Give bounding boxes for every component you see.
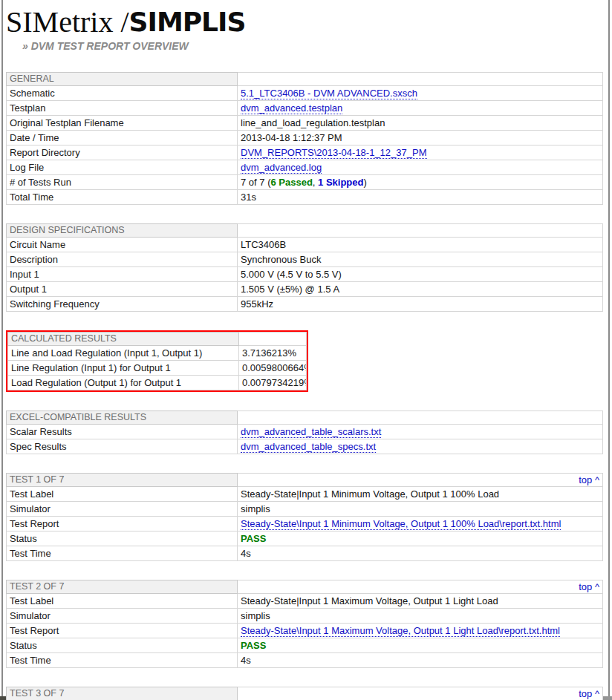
table-row: Output 11.505 V (±5%) @ 1.5 A bbox=[7, 282, 603, 297]
section-table-test-3: TEST 3 OF 7top ^Test LabelSteady-State|I… bbox=[6, 687, 603, 700]
row-value: 4s bbox=[238, 546, 603, 561]
tests-run-count: 7 of 7 ( bbox=[241, 177, 270, 188]
row-label: Description bbox=[7, 252, 238, 267]
value-link[interactable]: dvm_advanced.testplan bbox=[241, 102, 342, 114]
table-row: Scalar Resultsdvm_advanced_table_scalars… bbox=[7, 425, 603, 439]
row-value: 31s bbox=[238, 190, 603, 205]
section-header-spacer bbox=[238, 411, 603, 425]
row-value: 0.0079734219% bbox=[239, 376, 307, 390]
row-value: DVM_REPORTS\2013-04-18-1_12_37_PM bbox=[238, 145, 603, 160]
table-row: Schematic5.1_LTC3406B - DVM ADVANCED.sxs… bbox=[7, 86, 603, 101]
section-header-row: DESIGN SPECIFICATIONS bbox=[7, 224, 603, 238]
app-logo: SIMetrix /SIMPLIS » DVM TEST REPORT OVER… bbox=[6, 4, 605, 52]
row-label: Test Time bbox=[7, 653, 238, 668]
section-table-test-2: TEST 2 OF 7top ^Test LabelSteady-State|I… bbox=[6, 580, 603, 668]
value-link[interactable]: Steady-State\Input 1 Minimum Voltage, Ou… bbox=[241, 518, 561, 530]
logo-simplis: SIMPLIS bbox=[129, 7, 246, 37]
top-link[interactable]: top ^ bbox=[579, 581, 599, 592]
section-table-general: GENERALSchematic5.1_LTC3406B - DVM ADVAN… bbox=[6, 72, 603, 205]
row-label: Spec Results bbox=[7, 439, 238, 454]
table-row: Line Regulation (Input 1) for Output 10.… bbox=[8, 361, 307, 376]
row-label: Testplan bbox=[7, 101, 238, 116]
row-label: Line and Load Regulation (Input 1, Outpu… bbox=[8, 346, 239, 361]
section-test-3: TEST 3 OF 7top ^Test LabelSteady-State|I… bbox=[6, 687, 605, 700]
table-row: Date / Time2013-04-18 1:12:37 PM bbox=[7, 131, 603, 145]
row-value: 5.000 V (4.5 V to 5.5 V) bbox=[238, 267, 603, 282]
row-label: Test Report bbox=[7, 624, 238, 638]
table-row: Total Time31s bbox=[7, 190, 603, 205]
row-label: Original Testplan Filename bbox=[7, 116, 238, 131]
tests-skipped-count: 1 Skipped bbox=[318, 177, 363, 188]
section-header-spacer: top ^ bbox=[238, 474, 603, 487]
section-table-design-specifications: DESIGN SPECIFICATIONSCircuit NameLTC3406… bbox=[6, 223, 603, 312]
section-title: TEST 2 OF 7 bbox=[7, 580, 238, 594]
value-link[interactable]: 5.1_LTC3406B - DVM ADVANCED.sxsch bbox=[241, 88, 417, 99]
table-row: StatusPASS bbox=[7, 638, 603, 653]
section-header-row: TEST 1 OF 7top ^ bbox=[7, 474, 603, 487]
table-row: Testplandvm_advanced.testplan bbox=[7, 101, 603, 116]
row-label: Line Regulation (Input 1) for Output 1 bbox=[8, 361, 239, 376]
top-link[interactable]: top ^ bbox=[579, 688, 599, 699]
section-header-spacer: top ^ bbox=[238, 580, 603, 594]
row-label: Output 1 bbox=[7, 282, 238, 297]
row-value: PASS bbox=[238, 638, 603, 653]
row-value: 0.0059800664% bbox=[239, 361, 307, 376]
row-label: Circuit Name bbox=[7, 238, 238, 252]
value-link[interactable]: dvm_advanced_table_specs.txt bbox=[241, 441, 376, 453]
row-label: Input 1 bbox=[7, 267, 238, 282]
table-row: Switching Frequency955kHz bbox=[7, 297, 603, 312]
section-table-excel-compatible-results: EXCEL-COMPATIBLE RESULTSScalar Resultsdv… bbox=[6, 410, 603, 454]
section-header-spacer bbox=[238, 73, 603, 86]
tests-run-separator: , bbox=[313, 177, 318, 188]
row-label: Simulator bbox=[7, 502, 238, 517]
table-row: Test ReportSteady-State\Input 1 Maximum … bbox=[7, 624, 603, 638]
row-label: Scalar Results bbox=[7, 425, 238, 439]
logo-slash: / bbox=[120, 5, 128, 39]
section-header-row: EXCEL-COMPATIBLE RESULTS bbox=[7, 411, 603, 425]
table-row: Report DirectoryDVM_REPORTS\2013-04-18-1… bbox=[7, 145, 603, 160]
value-link[interactable]: Steady-State\Input 1 Maximum Voltage, Ou… bbox=[241, 625, 560, 637]
table-row: Input 15.000 V (4.5 V to 5.5 V) bbox=[7, 267, 603, 282]
row-value: 7 of 7 (6 Passed, 1 Skipped) bbox=[238, 175, 603, 190]
section-table-test-1: TEST 1 OF 7top ^Test LabelSteady-State|I… bbox=[6, 473, 603, 561]
row-value: Synchronous Buck bbox=[238, 252, 603, 267]
report-sections: GENERALSchematic5.1_LTC3406B - DVM ADVAN… bbox=[6, 72, 605, 700]
section-general: GENERALSchematic5.1_LTC3406B - DVM ADVAN… bbox=[6, 72, 605, 205]
logo-simetrix: SIMetrix bbox=[6, 5, 113, 39]
row-value: dvm_advanced_table_scalars.txt bbox=[238, 425, 603, 439]
table-row: Circuit NameLTC3406B bbox=[7, 238, 603, 252]
section-excel-compatible-results: EXCEL-COMPATIBLE RESULTSScalar Resultsdv… bbox=[6, 410, 605, 454]
top-link[interactable]: top ^ bbox=[579, 474, 599, 485]
section-title: EXCEL-COMPATIBLE RESULTS bbox=[7, 411, 238, 425]
row-value: line_and_load_regulation.testplan bbox=[238, 116, 603, 131]
status-badge: PASS bbox=[241, 640, 266, 651]
section-test-1: TEST 1 OF 7top ^Test LabelSteady-State|I… bbox=[6, 473, 605, 561]
table-row: Simulatorsimplis bbox=[7, 609, 603, 624]
table-row: Test LabelSteady-State|Input 1 Maximum V… bbox=[7, 594, 603, 609]
row-value: 4s bbox=[238, 653, 603, 668]
table-row: DescriptionSynchronous Buck bbox=[7, 252, 603, 267]
value-link[interactable]: DVM_REPORTS\2013-04-18-1_12_37_PM bbox=[241, 147, 427, 159]
value-link[interactable]: dvm_advanced_table_scalars.txt bbox=[241, 426, 381, 438]
row-label: Switching Frequency bbox=[7, 297, 238, 312]
row-label: Simulator bbox=[7, 609, 238, 624]
row-value: 5.1_LTC3406B - DVM ADVANCED.sxsch bbox=[238, 86, 603, 101]
row-value: dvm_advanced.testplan bbox=[238, 101, 603, 116]
section-header-row: TEST 2 OF 7top ^ bbox=[7, 580, 603, 594]
table-row: Test LabelSteady-State|Input 1 Minimum V… bbox=[7, 487, 603, 502]
table-row: Test ReportSteady-State\Input 1 Minimum … bbox=[7, 517, 603, 531]
table-row: Line and Load Regulation (Input 1, Outpu… bbox=[8, 346, 307, 361]
section-title: GENERAL bbox=[7, 73, 238, 86]
row-value: Steady-State|Input 1 Maximum Voltage, Ou… bbox=[238, 594, 603, 609]
section-header-row: CALCULATED RESULTS bbox=[8, 333, 307, 346]
row-label: Status bbox=[7, 531, 238, 546]
row-value: dvm_advanced.log bbox=[238, 160, 603, 175]
row-value: LTC3406B bbox=[238, 238, 603, 252]
row-label: Schematic bbox=[7, 86, 238, 101]
value-link[interactable]: dvm_advanced.log bbox=[241, 162, 322, 174]
row-value: simplis bbox=[238, 502, 603, 517]
row-value: Steady-State\Input 1 Maximum Voltage, Ou… bbox=[238, 624, 603, 638]
status-badge: PASS bbox=[241, 533, 266, 544]
row-value: Steady-State\Input 1 Minimum Voltage, Ou… bbox=[238, 517, 603, 531]
section-title: TEST 3 OF 7 bbox=[7, 687, 238, 700]
